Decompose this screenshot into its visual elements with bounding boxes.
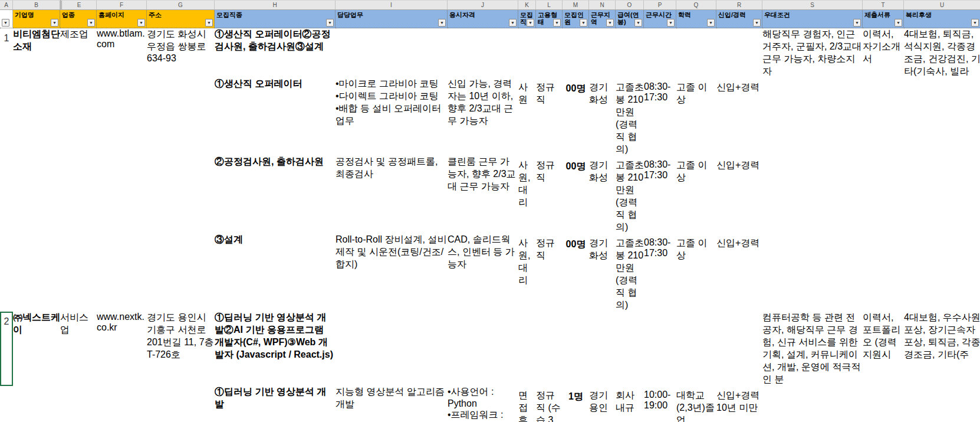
address-cell[interactable]: 경기도 화성시 우정읍 쌍봉로 634-93 xyxy=(147,28,215,78)
filter-dropdown-button[interactable]: ▼ xyxy=(606,19,614,27)
education-cell[interactable]: 고졸 이상 xyxy=(676,78,716,156)
duties-cell[interactable]: Roll-to-Roll 장비설계, 설비제작 및 시운전(코팅/건조/합지) xyxy=(336,234,448,312)
industry-cell[interactable] xyxy=(60,156,97,234)
benefits-cell[interactable]: 4대보험, 퇴직금, 석식지원, 각종경조금, 건강검진, 기타(기숙사, 빌라 xyxy=(904,28,980,78)
website-cell[interactable]: www.nextk.co.kr xyxy=(97,312,147,386)
column-letter-S[interactable]: S xyxy=(762,0,863,10)
filter-dropdown-button[interactable]: ▼ xyxy=(553,19,561,27)
company-name-cell[interactable] xyxy=(13,234,60,312)
preference-cell[interactable] xyxy=(762,78,863,156)
header-cell-주소[interactable]: 주소▼ xyxy=(147,10,215,28)
job-title-cell[interactable]: ①생산직 오퍼레이터②공정검사원, 출하검사원③설계 xyxy=(215,28,336,78)
row-number-cell[interactable] xyxy=(0,386,13,422)
duties-cell[interactable]: 공정검사 및 공정패트롤, 최종검사 xyxy=(336,156,448,234)
row-number-cell[interactable] xyxy=(0,78,13,156)
column-letter-E[interactable]: E xyxy=(60,0,97,10)
employment-type-cell[interactable]: 정규직 xyxy=(536,156,563,234)
benefits-cell[interactable] xyxy=(904,234,980,312)
qualification-cell[interactable]: 클린룸 근무 가능자, 향후 2/3교대 근무 가능자 xyxy=(448,156,518,234)
column-letter-A[interactable]: A xyxy=(0,0,13,10)
work-hours-cell[interactable] xyxy=(644,28,676,78)
position-grade-cell[interactable]: 사원 xyxy=(518,78,536,156)
qualification-cell[interactable]: •사용언어 : Python •프레임워크 : Tensorflow, PyTo… xyxy=(448,386,518,422)
company-name-cell[interactable]: 비티엠첨단소재 xyxy=(13,28,60,78)
education-cell[interactable]: 대학교(2,3년)졸업 xyxy=(676,386,716,422)
employment-type-cell[interactable]: 정규직 xyxy=(536,78,563,156)
address-cell[interactable] xyxy=(147,78,215,156)
headcount-cell[interactable] xyxy=(563,28,589,78)
filter-dropdown-button[interactable]: ▼ xyxy=(205,19,213,27)
column-letter-U[interactable]: U xyxy=(904,0,980,10)
column-letter-F[interactable]: F xyxy=(97,0,147,10)
salary-cell[interactable]: 고졸초봉 210만원 (경력직 협의) xyxy=(616,78,644,156)
career-level-cell[interactable]: 신입+경력 xyxy=(716,234,762,312)
work-hours-cell[interactable]: 08:30-17:30 xyxy=(644,78,676,156)
work-hours-cell[interactable]: 10:00-19:00 xyxy=(644,386,676,422)
salary-cell[interactable]: 회사 내규 xyxy=(616,386,644,422)
header-cell-홈페이지[interactable]: 홈페이지▼ xyxy=(97,10,147,28)
header-cell-모집인원[interactable]: 모집인원▼ xyxy=(563,10,589,28)
job-title-cell[interactable]: ①생산직 오퍼레이터 xyxy=(215,78,336,156)
job-title-cell[interactable]: ②공정검사원, 출하검사원 xyxy=(215,156,336,234)
filter-dropdown-button[interactable]: ▼ xyxy=(509,19,517,27)
filter-dropdown-button[interactable]: ▼ xyxy=(707,19,715,27)
industry-cell[interactable]: 제조업 xyxy=(60,28,97,78)
filter-dropdown-button[interactable]: ▼ xyxy=(895,19,902,27)
filter-dropdown-button[interactable]: ▼ xyxy=(753,19,761,27)
qualification-cell[interactable]: CAD, 솔리드웍스, 인벤터 등 가능자 xyxy=(448,234,518,312)
documents-cell[interactable] xyxy=(863,78,904,156)
header-cell-모집직종[interactable]: 모집직종▼ xyxy=(215,10,336,28)
headcount-cell[interactable]: 00명 xyxy=(563,234,589,312)
position-grade-cell[interactable] xyxy=(518,28,536,78)
column-letter-L[interactable]: L xyxy=(536,0,563,10)
salary-cell[interactable]: 고졸초봉 210만원 (경력직 협의) xyxy=(616,156,644,234)
filter-dropdown-button[interactable]: ▼ xyxy=(438,19,446,27)
qualification-cell[interactable] xyxy=(448,28,518,78)
column-letter-G[interactable]: G xyxy=(147,0,215,10)
header-cell-업종[interactable]: 업종▼ xyxy=(60,10,97,28)
header-cell-근무지역[interactable]: 근무지역▼ xyxy=(589,10,616,28)
preference-cell[interactable]: 컴퓨터공학 등 관련 전공자, 해당직무 근무 경험, 신규 서비스를 위한 기… xyxy=(762,312,863,386)
documents-cell[interactable]: 이력서, 자기소개서 xyxy=(863,28,904,78)
header-cell-filter[interactable]: ▼ xyxy=(0,10,13,28)
industry-cell[interactable] xyxy=(60,386,97,422)
column-letter-R[interactable]: R xyxy=(716,0,762,10)
header-cell-복리후생[interactable]: 복리후생▼ xyxy=(904,10,980,28)
filter-dropdown-button[interactable]: ▼ xyxy=(527,19,534,27)
duties-cell[interactable] xyxy=(336,28,448,78)
company-name-cell[interactable] xyxy=(13,386,60,422)
work-location-cell[interactable]: 경기 용인 xyxy=(589,386,616,422)
header-cell-고용형태[interactable]: 고용형태▼ xyxy=(536,10,563,28)
documents-cell[interactable] xyxy=(863,386,904,422)
address-cell[interactable] xyxy=(147,234,215,312)
job-title-cell[interactable]: ①딥러닝 기반 영상분석 개발②AI 기반 응용프로그램 개발자(C#, WPF… xyxy=(215,312,336,386)
position-grade-cell[interactable]: 사원, 대리 xyxy=(518,234,536,312)
header-cell-응시자격[interactable]: 응시자격▼ xyxy=(448,10,518,28)
documents-cell[interactable] xyxy=(863,156,904,234)
column-letter-K[interactable]: K xyxy=(518,0,536,10)
address-cell[interactable] xyxy=(147,386,215,422)
position-grade-cell[interactable] xyxy=(518,312,536,386)
duties-cell[interactable] xyxy=(336,312,448,386)
headcount-cell[interactable] xyxy=(563,312,589,386)
benefits-cell[interactable] xyxy=(904,156,980,234)
career-level-cell[interactable] xyxy=(716,28,762,78)
work-location-cell[interactable]: 경기 화성 xyxy=(589,234,616,312)
benefits-cell[interactable] xyxy=(904,386,980,422)
header-cell-모집직급[interactable]: 모집직급▼ xyxy=(518,10,536,28)
row-number-cell[interactable] xyxy=(0,234,13,312)
row-number-cell[interactable] xyxy=(0,156,13,234)
column-letter-Q[interactable]: Q xyxy=(676,0,716,10)
column-letter-B[interactable]: B xyxy=(13,0,60,10)
work-location-cell[interactable]: 경기 화성 xyxy=(589,156,616,234)
industry-cell[interactable] xyxy=(60,234,97,312)
company-name-cell[interactable]: ㈜넥스트케이 xyxy=(13,312,60,386)
employment-type-cell[interactable] xyxy=(536,312,563,386)
row-number-cell[interactable]: 1 xyxy=(0,28,13,78)
career-level-cell[interactable]: 신입+경력 10년 미만 xyxy=(716,386,762,422)
company-name-cell[interactable] xyxy=(13,78,60,156)
preference-cell[interactable]: 해당직무 경험자, 인근거주자, 군필자, 2/3교대 근무 가능자, 차량소지… xyxy=(762,28,863,78)
column-letter-J[interactable]: J xyxy=(448,0,518,10)
filter-dropdown-button[interactable]: ▼ xyxy=(971,19,979,27)
website-cell[interactable] xyxy=(97,234,147,312)
